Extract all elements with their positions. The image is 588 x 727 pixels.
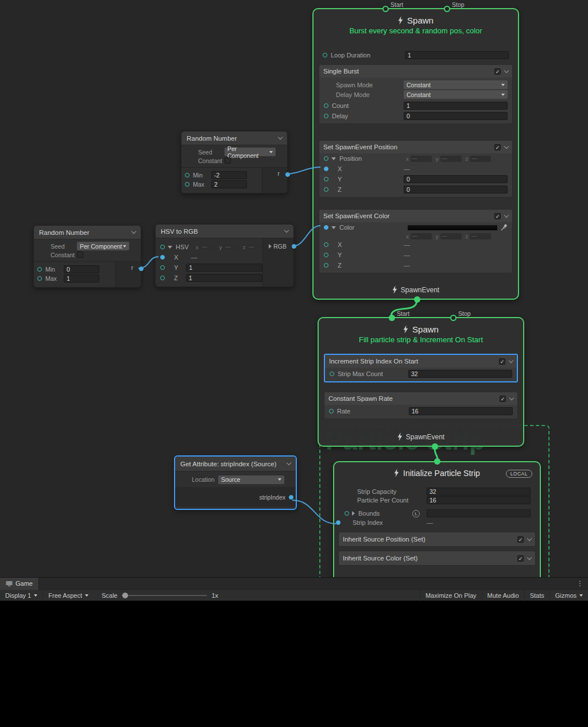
chevron-down-icon[interactable]	[284, 228, 289, 233]
max-field[interactable]: 2	[211, 180, 247, 188]
chevron-down-icon[interactable]	[504, 68, 509, 72]
port-hsv-y[interactable]	[160, 265, 165, 270]
port-strip-max-count[interactable]	[330, 372, 334, 376]
hsv-y-field[interactable]: 1	[186, 264, 262, 272]
chevron-down-icon[interactable]	[504, 212, 509, 217]
flow-port-start[interactable]	[389, 315, 395, 321]
block-inherit-source-position[interactable]: Inherit Source Position (Set) ✓	[338, 532, 536, 547]
hsv-z-field[interactable]: 1	[186, 274, 262, 282]
loop-duration-field[interactable]: 1	[405, 51, 509, 59]
port-max[interactable]	[37, 276, 42, 281]
count-field[interactable]: 1	[404, 102, 508, 110]
stats-button[interactable]: Stats	[524, 590, 550, 601]
port-count[interactable]	[324, 103, 328, 108]
port-hsv-z[interactable]	[160, 276, 165, 280]
eyedropper-icon[interactable]	[501, 224, 508, 231]
local-badge[interactable]: LOCAL	[506, 470, 532, 478]
more-options-icon[interactable]: ⋮	[572, 579, 588, 587]
gizmos-dropdown[interactable]: Gizmos	[550, 590, 588, 601]
port-hsv[interactable]	[160, 245, 165, 249]
block-enabled-checkbox[interactable]: ✓	[517, 536, 524, 543]
block-enabled-checkbox[interactable]: ✓	[494, 213, 501, 219]
color-field[interactable]	[407, 225, 498, 231]
chevron-down-icon[interactable]	[287, 461, 291, 465]
flow-port-start[interactable]	[382, 6, 389, 12]
strip-capacity-field[interactable]: 32	[427, 488, 531, 496]
position-y-field[interactable]: 0	[404, 175, 508, 183]
rate-field[interactable]: 16	[409, 407, 513, 415]
space-toggle-local[interactable]: L	[412, 510, 420, 517]
node-random-number-2[interactable]: Random Number Seed Per Component Constan…	[33, 225, 141, 288]
port-position-x[interactable]	[324, 167, 328, 171]
block-enabled-checkbox[interactable]: ✓	[517, 555, 524, 562]
port-strip-index[interactable]	[336, 520, 341, 525]
port-delay[interactable]	[324, 114, 328, 118]
location-dropdown[interactable]: Source	[218, 475, 284, 484]
port-position[interactable]	[324, 156, 328, 161]
chevron-down-icon[interactable]	[527, 555, 532, 559]
chevron-down-icon[interactable]	[131, 229, 136, 234]
port-rgb-output[interactable]	[292, 244, 296, 249]
port-r-output[interactable]	[285, 172, 290, 177]
display-dropdown[interactable]: Display 1	[0, 590, 42, 601]
chevron-down-icon[interactable]	[504, 144, 509, 148]
tab-game[interactable]: Game	[0, 578, 39, 590]
port-hsv-x[interactable]	[160, 255, 165, 260]
block-single-burst[interactable]: Single Burst ✓ Spawn Mode Constant Delay…	[319, 64, 513, 124]
port-r-output[interactable]	[139, 266, 144, 271]
block-enabled-checkbox[interactable]: ✓	[500, 396, 506, 402]
particle-per-count-field[interactable]: 16	[427, 496, 531, 504]
port-max[interactable]	[185, 182, 189, 187]
mute-audio-button[interactable]: Mute Audio	[482, 590, 524, 601]
node-random-number-1[interactable]: Random Number Seed Per Component Constan…	[181, 131, 288, 194]
port-rate[interactable]	[329, 409, 334, 413]
flow-port-spawnevent-out[interactable]	[414, 296, 420, 303]
port-color-z[interactable]	[324, 263, 328, 268]
node-initialize-particle-strip[interactable]: Initialize Particle Strip LOCAL Strip Ca…	[333, 461, 541, 577]
position-z-field[interactable]: 0	[404, 185, 508, 194]
aspect-dropdown[interactable]: Free Aspect	[42, 590, 94, 601]
block-enabled-checkbox[interactable]: ✓	[499, 358, 505, 365]
block-increment-strip-index[interactable]: Increment Strip Index On Start ✓ Strip M…	[324, 354, 518, 382]
vfx-graph-canvas[interactable]: Particle Strip Start Stop Spawn Burst ev…	[0, 0, 588, 577]
foldout-icon[interactable]	[331, 157, 336, 160]
max-field[interactable]: 1	[64, 274, 99, 283]
block-enabled-checkbox[interactable]: ✓	[494, 144, 501, 150]
game-view-viewport[interactable]	[0, 601, 588, 727]
constant-checkbox[interactable]	[225, 157, 231, 164]
port-color-y[interactable]	[324, 253, 328, 257]
seed-dropdown[interactable]: Per Component	[225, 148, 276, 156]
port-color[interactable]	[324, 225, 328, 230]
chevron-down-icon[interactable]	[509, 395, 514, 400]
block-set-spawnevent-position[interactable]: Set SpawnEvent Position ✓ Position x— y—…	[319, 140, 513, 198]
foldout-icon[interactable]	[352, 511, 355, 516]
flow-port-spawnevent-out[interactable]	[432, 443, 438, 450]
node-get-attribute-stripindex[interactable]: Get Attribute: stripIndex (Source) Locat…	[174, 455, 297, 510]
maximize-on-play-button[interactable]: Maximize On Play	[420, 590, 482, 601]
foldout-icon[interactable]	[331, 226, 336, 229]
port-color-x[interactable]	[324, 242, 328, 247]
port-position-z[interactable]	[324, 187, 328, 192]
strip-max-count-field[interactable]: 32	[408, 370, 512, 378]
delay-mode-dropdown[interactable]: Constant	[404, 90, 508, 99]
port-stripindex-output[interactable]	[289, 495, 293, 500]
node-spawn-burst[interactable]: Start Stop Spawn Burst every second & ra…	[312, 8, 519, 300]
port-min[interactable]	[185, 173, 189, 177]
chevron-down-icon[interactable]	[278, 135, 283, 140]
node-hsv-to-rgb[interactable]: HSV to RGB HSV x— y— z— X —	[155, 224, 294, 287]
spawn-mode-dropdown[interactable]: Constant	[404, 80, 508, 89]
flow-port-in[interactable]	[434, 458, 440, 465]
scale-slider[interactable]	[122, 591, 207, 600]
block-enabled-checkbox[interactable]: ✓	[494, 68, 501, 75]
bounds-field[interactable]	[427, 509, 531, 517]
block-constant-spawn-rate[interactable]: Constant Spawn Rate ✓ Rate 16	[324, 392, 518, 419]
delay-field[interactable]: 0	[404, 112, 508, 120]
foldout-icon[interactable]	[168, 246, 172, 249]
chevron-down-icon[interactable]	[509, 358, 513, 362]
block-inherit-source-color[interactable]: Inherit Source Color (Set) ✓	[338, 551, 536, 566]
port-loop-duration[interactable]	[323, 53, 327, 57]
node-spawn-strip[interactable]: Start Stop Spawn Fill particle strip & I…	[318, 317, 524, 447]
flow-port-stop[interactable]	[450, 315, 457, 321]
port-min[interactable]	[37, 267, 42, 272]
constant-checkbox[interactable]	[77, 252, 83, 258]
